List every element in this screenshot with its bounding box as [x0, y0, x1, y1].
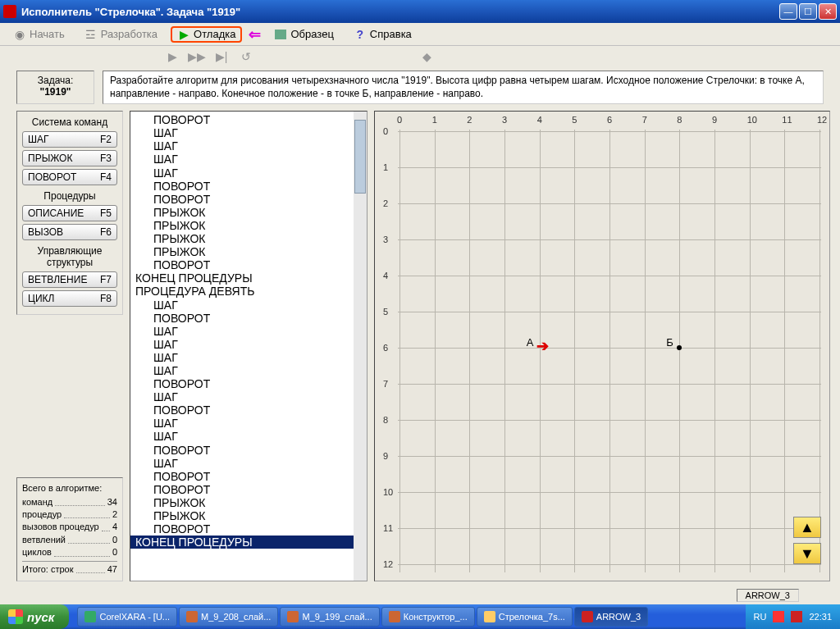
- fastforward-button[interactable]: ▶▶: [189, 48, 205, 65]
- menu-develop[interactable]: ☲ Разработка: [78, 26, 164, 43]
- code-line[interactable]: ПОВОРОТ: [130, 258, 367, 271]
- grid-line-v: [469, 130, 470, 572]
- taskbar-item[interactable]: Стрелочка_7s...: [477, 607, 573, 627]
- menu-develop-label: Разработка: [101, 28, 158, 40]
- grid-col-label: 3: [502, 115, 507, 125]
- taskbar-item[interactable]: М_9_199_слай...: [280, 607, 379, 627]
- grid-col-label: 0: [397, 115, 402, 125]
- code-line[interactable]: ПОВОРОТ: [130, 444, 367, 457]
- code-line[interactable]: ШАГ: [130, 338, 367, 351]
- grid-col-label: 11: [782, 115, 792, 125]
- code-line[interactable]: ПОВОРОТ: [130, 193, 367, 206]
- reset-button[interactable]: ↺: [238, 48, 254, 65]
- code-line[interactable]: ПОВОРОТ: [130, 470, 367, 483]
- code-line[interactable]: ШАГ: [130, 430, 367, 443]
- skip-button[interactable]: ▶|: [213, 48, 230, 65]
- code-line[interactable]: КОНЕЦ ПРОЦЕДУРЫ: [130, 271, 367, 285]
- code-line[interactable]: ШАГ: [130, 351, 367, 364]
- code-line[interactable]: ШАГ: [130, 364, 367, 377]
- proc-button-описание[interactable]: ОПИСАНИЕF5: [22, 205, 117, 221]
- tray-lang[interactable]: RU: [754, 612, 767, 622]
- grid-line-h: [398, 564, 821, 565]
- tray-icon-2[interactable]: [791, 611, 802, 622]
- tray-clock: 22:31: [809, 612, 832, 622]
- maximize-button[interactable]: ☐: [799, 3, 817, 20]
- code-line[interactable]: ШАГ: [130, 139, 367, 153]
- grid-col-label: 12: [817, 115, 827, 125]
- task-item-icon: [186, 611, 198, 622]
- stop-icon: ◉: [13, 28, 26, 41]
- grid-line-h: [398, 348, 821, 349]
- close-button[interactable]: ✕: [819, 3, 837, 20]
- menu-start[interactable]: ◉ Начать: [7, 26, 71, 43]
- grid-line-h: [398, 492, 821, 493]
- proc-button-вызов[interactable]: ВЫЗОВF6: [22, 224, 117, 240]
- code-line[interactable]: ПОВОРОТ: [130, 483, 367, 496]
- menu-sample[interactable]: Образец: [267, 26, 340, 43]
- code-line[interactable]: ПРЫЖОК: [130, 245, 367, 258]
- task-item-icon: [484, 611, 495, 622]
- code-line[interactable]: ПРОЦЕДУРА ДЕВЯТЬ: [130, 285, 367, 298]
- code-line[interactable]: ПОВОРОТ: [130, 403, 367, 417]
- code-line[interactable]: ПРЫЖОК: [130, 496, 367, 509]
- code-line[interactable]: ШАГ: [130, 325, 367, 338]
- scroll-thumb[interactable]: [354, 120, 366, 194]
- grid-row-label: 4: [383, 271, 388, 280]
- marker-button[interactable]: ◆: [418, 48, 435, 65]
- cmd-button-шаг[interactable]: ШАГF2: [22, 131, 117, 148]
- code-line[interactable]: ПОВОРОТ: [130, 522, 367, 536]
- taskbar-item[interactable]: Конструктор_...: [381, 607, 475, 627]
- task-item-icon: [582, 611, 593, 622]
- code-panel[interactable]: ПОВОРОТШАГШАГШАГШАГПОВОРОТПОВОРОТПРЫЖОКП…: [130, 111, 368, 581]
- menu-help-label: Справка: [370, 28, 412, 40]
- code-line[interactable]: ПРЫЖОК: [130, 206, 367, 219]
- taskbar-item[interactable]: CorelXARA - [U...: [77, 607, 177, 627]
- code-line[interactable]: ШАГ: [130, 457, 367, 470]
- menu-help[interactable]: ? Справка: [347, 26, 418, 43]
- cmd-button-прыжок[interactable]: ПРЫЖОКF3: [22, 150, 117, 166]
- tray-icon-1[interactable]: [773, 611, 784, 622]
- play-button[interactable]: ▶: [164, 48, 180, 65]
- grid-line-h: [398, 167, 821, 168]
- grid-line-v: [504, 130, 505, 572]
- taskbar-item[interactable]: ARROW_3: [574, 607, 648, 627]
- app-icon: [3, 5, 16, 18]
- code-line[interactable]: ШАГ: [130, 126, 367, 139]
- code-line[interactable]: ПРЫЖОК: [130, 509, 367, 522]
- grid-up-button[interactable]: ▲: [793, 517, 821, 538]
- code-line[interactable]: ПОВОРОТ: [130, 180, 367, 193]
- grid-row-label: 11: [383, 523, 393, 533]
- cmd-button-поворот[interactable]: ПОВОРОТF4: [22, 169, 117, 185]
- ctrl-button-ветвление[interactable]: ВЕТВЛЕНИЕF7: [22, 271, 117, 288]
- code-line[interactable]: ШАГ: [130, 153, 367, 166]
- code-line[interactable]: ПОВОРОТ: [130, 113, 367, 126]
- grid-line-h: [398, 420, 821, 421]
- minimize-button[interactable]: —: [779, 3, 797, 20]
- code-scrollbar[interactable]: [354, 112, 367, 581]
- stats-total-value: 47: [107, 563, 117, 576]
- code-line[interactable]: КОНЕЦ ПРОЦЕДУРЫ: [130, 536, 367, 549]
- code-line[interactable]: ШАГ: [130, 390, 367, 403]
- code-line[interactable]: ПОВОРОТ: [130, 377, 367, 390]
- controls-title: Управляющие структуры: [22, 245, 117, 268]
- code-line[interactable]: ШАГ: [130, 166, 367, 180]
- task-item-icon: [84, 611, 96, 622]
- taskbar-item[interactable]: М_9_208_слай...: [179, 607, 278, 627]
- grid-row-label: 9: [383, 451, 388, 461]
- code-line[interactable]: ШАГ: [130, 299, 367, 312]
- stat-row: ветвлений0: [22, 534, 117, 546]
- code-line[interactable]: ПРЫЖОК: [130, 232, 367, 245]
- point-b-label: Б: [666, 336, 673, 349]
- stats-title: Всего в алгоритме:: [22, 483, 117, 493]
- stats-panel: Всего в алгоритме: команд34процедур2вызо…: [16, 477, 123, 581]
- code-line[interactable]: ПРЫЖОК: [130, 219, 367, 232]
- grid-down-button[interactable]: ▼: [793, 543, 821, 564]
- commands-panel: Система команд ШАГF2ПРЫЖОКF3ПОВОРОТF4 Пр…: [16, 111, 123, 315]
- ctrl-button-цикл[interactable]: ЦИКЛF8: [22, 290, 117, 307]
- grid-row-label: 5: [383, 307, 388, 317]
- start-button[interactable]: пуск: [0, 604, 69, 629]
- code-line[interactable]: ПОВОРОТ: [130, 312, 367, 325]
- menu-debug[interactable]: ▶ Отладка: [171, 26, 242, 43]
- code-line[interactable]: ШАГ: [130, 417, 367, 430]
- stat-row: вызовов процедур4: [22, 521, 117, 533]
